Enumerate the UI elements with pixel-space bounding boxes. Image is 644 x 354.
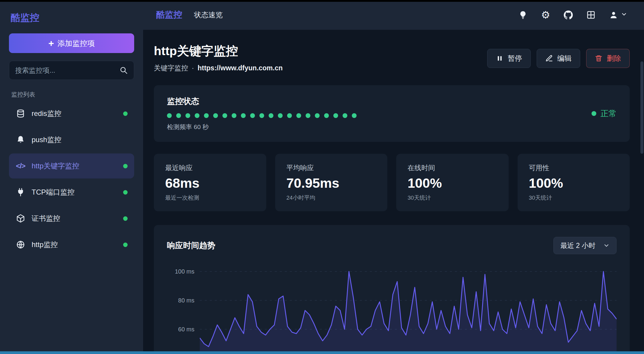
status-dot-up <box>123 164 128 168</box>
monitor-list-label: 监控列表 <box>11 91 132 99</box>
status-dot-up <box>123 190 128 195</box>
app-logo[interactable]: 酷监控 <box>9 10 134 33</box>
status-label: 正常 <box>600 108 617 119</box>
chevron-down-icon <box>621 11 627 19</box>
status-dot-up <box>123 111 128 116</box>
stat-card-availability: 可用性 100% 30天统计 <box>518 154 630 211</box>
navbar-icons: ⚙ <box>518 10 627 20</box>
heartbeat-dot <box>315 113 320 118</box>
y-tick: 60 ms <box>178 326 194 333</box>
response-time-chart-card: 响应时间趋势 最近 2 小时 100 ms 80 ms 60 ms 40 ms <box>154 225 630 354</box>
monitor-subtitle: 关键字监控 · https://www.dfyun.com.cn <box>154 63 283 73</box>
search-icon[interactable] <box>120 66 128 74</box>
time-range-select[interactable]: 最近 2 小时 <box>553 237 617 254</box>
stats-row: 最近响应 68ms 最近一次检测 平均响应 70.95ms 24小时平均 在线时… <box>154 154 630 211</box>
globe-icon <box>16 240 26 250</box>
navbar-brand[interactable]: 酷监控 <box>156 9 182 21</box>
sidebar-item-certificate[interactable]: 证书监控 <box>9 206 134 231</box>
search-input[interactable] <box>15 66 120 74</box>
stat-label: 在线时间 <box>408 163 497 173</box>
scrollbar-track[interactable] <box>640 61 643 354</box>
heartbeat-dot <box>204 113 209 118</box>
y-tick: 100 ms <box>175 268 194 275</box>
trash-icon <box>595 55 603 62</box>
heartbeat-dot <box>176 113 181 118</box>
heartbeat-dot <box>324 113 329 118</box>
sidebar-item-http[interactable]: http监控 <box>9 232 134 257</box>
grid-icon[interactable] <box>586 10 596 20</box>
check-frequency: 检测频率 60 秒 <box>167 123 357 131</box>
sidebar-item-label: 证书监控 <box>32 214 117 223</box>
sidebar-item-redis[interactable]: redis监控 <box>9 101 134 126</box>
heartbeat-dot <box>278 113 283 118</box>
bottom-edge-strip <box>0 351 644 354</box>
pause-label: 暂停 <box>508 54 522 63</box>
chart-header: 响应时间趋势 最近 2 小时 <box>167 237 617 254</box>
monitor-url[interactable]: https://www.dfyun.com.cn <box>198 64 283 72</box>
heartbeat-dot <box>259 113 264 118</box>
add-monitor-label: 添加监控项 <box>58 38 95 48</box>
monitor-list: redis监控 push监控 </> http关键字监控 TCP端口监控 <box>9 101 134 257</box>
heartbeat-dot <box>185 113 190 118</box>
heartbeat-dot <box>306 113 310 118</box>
chevron-down-icon <box>603 242 610 249</box>
sidebar-item-label: TCP端口监控 <box>32 187 117 197</box>
page-header: http关键字监控 关键字监控 · https://www.dfyun.com.… <box>154 43 630 73</box>
heartbeat-dot <box>232 113 236 118</box>
sidebar-item-tcp-port[interactable]: TCP端口监控 <box>9 180 134 205</box>
edit-icon <box>545 55 553 62</box>
heartbeat-row <box>167 113 357 118</box>
plus-icon: + <box>48 38 54 48</box>
separator-dot: · <box>192 64 194 72</box>
status-card-title: 监控状态 <box>167 96 357 107</box>
stat-sub: 30天统计 <box>529 194 619 202</box>
sidebar: 酷监控 + 添加监控项 监控列表 redis监控 push监控 <box>0 0 143 354</box>
add-monitor-button[interactable]: + 添加监控项 <box>9 33 134 53</box>
heartbeat-dot <box>287 113 292 118</box>
pause-button[interactable]: 暂停 <box>487 49 531 68</box>
app-window: 酷监控 + 添加监控项 监控列表 redis监控 push监控 <box>0 0 644 354</box>
stat-value: 100% <box>408 176 497 191</box>
y-axis: 100 ms 80 ms 60 ms 40 ms <box>167 266 200 354</box>
chart-plot-area: 100 ms 80 ms 60 ms 40 ms <box>167 266 617 354</box>
sidebar-item-http-keyword[interactable]: </> http关键字监控 <box>9 153 134 178</box>
stat-card-uptime: 在线时间 100% 30天统计 <box>396 154 509 211</box>
stat-value: 100% <box>529 176 619 191</box>
live-status: 正常 <box>592 108 617 119</box>
bell-icon <box>16 135 26 145</box>
status-dot-up <box>592 111 596 116</box>
delete-label: 删除 <box>607 54 621 63</box>
sidebar-item-label: http关键字监控 <box>32 161 117 171</box>
sidebar-item-label: push监控 <box>32 135 128 145</box>
lightbulb-icon[interactable] <box>518 10 528 20</box>
user-menu[interactable] <box>609 10 627 20</box>
github-icon[interactable] <box>564 10 573 20</box>
stat-label: 可用性 <box>529 163 619 173</box>
status-dot-up <box>123 243 128 247</box>
stat-value: 70.95ms <box>287 176 376 191</box>
heartbeat-dot <box>250 113 255 118</box>
line-chart <box>200 266 617 354</box>
plug-icon <box>16 187 26 197</box>
edit-label: 编辑 <box>557 54 572 63</box>
heartbeat-dot <box>241 113 246 118</box>
status-dot-up <box>123 216 128 221</box>
heartbeat-dot <box>269 113 273 118</box>
heartbeat-dot <box>333 113 338 118</box>
monitor-title: http关键字监控 <box>154 43 283 59</box>
stat-card-avg-response: 平均响应 70.95ms 24小时平均 <box>275 154 388 211</box>
top-navbar: 酷监控 状态速览 ⚙ <box>143 0 644 30</box>
pause-icon <box>496 55 504 62</box>
certificate-icon <box>16 213 26 223</box>
top-black-strip <box>0 0 644 2</box>
edit-button[interactable]: 编辑 <box>537 49 580 68</box>
scrollbar-thumb[interactable] <box>640 61 643 154</box>
nav-status-overview[interactable]: 状态速览 <box>194 10 223 20</box>
delete-button[interactable]: 删除 <box>586 49 630 68</box>
heartbeat-dot <box>213 113 218 118</box>
heartbeat-dot <box>296 113 301 118</box>
stat-label: 最近响应 <box>165 163 255 173</box>
gear-icon[interactable]: ⚙ <box>541 10 550 20</box>
chart-area-fill <box>200 271 617 354</box>
sidebar-item-push[interactable]: push监控 <box>9 127 134 152</box>
